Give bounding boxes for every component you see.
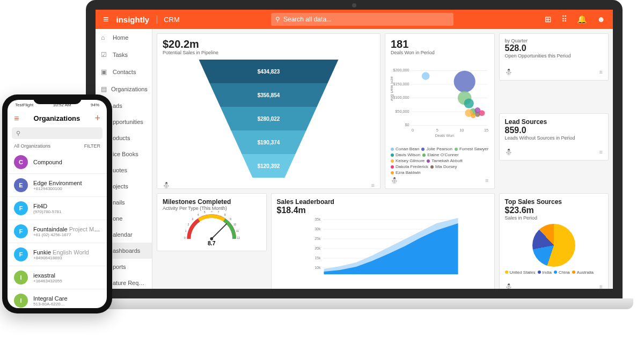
legend-item: Australia bbox=[572, 270, 594, 275]
menu-icon[interactable]: ≡ bbox=[103, 14, 109, 25]
filter-action[interactable]: FILTER bbox=[84, 143, 100, 149]
svg-text:3: 3 bbox=[192, 218, 194, 221]
org-info: iexastral+16463432055 bbox=[33, 272, 100, 283]
bell-icon[interactable]: 🔔 bbox=[577, 14, 587, 24]
legend-item: Mia Dorsey bbox=[430, 164, 457, 169]
search-container: ⚲ Search all data... bbox=[187, 13, 537, 26]
dashboard-grid: $20.2m Potential Sales in Pipeline $434,… bbox=[152, 29, 613, 289]
sidebar-icon: ▤ bbox=[101, 85, 107, 93]
phone-menu-icon[interactable]: ≡ bbox=[14, 114, 19, 123]
phone-frame: TestFlight 10:52 AM 94% ≡ Organizations … bbox=[2, 94, 112, 313]
filter-label[interactable]: All Organizations bbox=[14, 143, 50, 149]
add-icon[interactable]: ⊞ bbox=[545, 14, 552, 24]
svg-text:35k: 35k bbox=[314, 217, 321, 221]
svg-point-19 bbox=[471, 113, 475, 118]
bubble-legend: Conan BeanJolie PearsonForrest SawyerDav… bbox=[391, 147, 489, 175]
phone-add-icon[interactable]: + bbox=[94, 113, 100, 124]
svg-text:10: 10 bbox=[459, 128, 464, 133]
list-icon[interactable]: ≡ bbox=[371, 182, 375, 189]
org-item[interactable]: FFit4D(970)780-5781 bbox=[8, 197, 107, 220]
svg-text:30k: 30k bbox=[314, 227, 321, 231]
bubble-card: 181 Deals Won in Period Avg Deal Size $2… bbox=[385, 33, 495, 189]
org-item[interactable]: EEdge Environment+61294300100 bbox=[8, 174, 107, 197]
org-name: Funkie English World bbox=[33, 249, 100, 256]
svg-text:$0: $0 bbox=[405, 122, 409, 127]
sidebar-item[interactable]: ⌂Home bbox=[96, 29, 152, 46]
card-title: Milestones Completed bbox=[163, 198, 261, 206]
person-icon: ⛄ bbox=[505, 69, 513, 76]
svg-text:11: 11 bbox=[236, 230, 239, 232]
org-info: Integral Care513-80A-6220… bbox=[33, 295, 100, 306]
status-battery: 94% bbox=[91, 103, 99, 107]
legend-item: Elaine O'Conner bbox=[422, 152, 458, 157]
org-item[interactable]: FFunkie English World+84906418693 bbox=[8, 243, 107, 266]
sidebar-item[interactable]: ▣Contacts bbox=[96, 63, 152, 81]
svg-text:12: 12 bbox=[237, 237, 240, 239]
funnel-stage: $434,823 bbox=[199, 60, 339, 83]
search-input[interactable]: ⚲ Search all data... bbox=[271, 13, 453, 26]
legend-item: Conan Bean bbox=[391, 147, 419, 151]
phone-search[interactable]: ⚲ bbox=[12, 127, 103, 139]
org-name: Edge Environment bbox=[33, 180, 100, 186]
org-info: Funkie English World+84906418693 bbox=[33, 249, 100, 260]
svg-text:15k: 15k bbox=[314, 256, 321, 260]
webcam-dot bbox=[352, 3, 356, 8]
funnel-chart: $434,823$356,854$280,022$190,374$120,392 bbox=[199, 60, 339, 178]
card-title: Sales Leaderboard bbox=[277, 198, 489, 206]
sidebar-icon: ⌂ bbox=[101, 34, 108, 41]
apps-icon[interactable]: ⠿ bbox=[561, 14, 567, 24]
laptop-screen: ≡ insightly CRM ⚲ Search all data... ⊞ ⠿… bbox=[86, 0, 623, 298]
org-item[interactable]: CCompound bbox=[8, 151, 107, 174]
org-avatar: F bbox=[14, 201, 28, 215]
person-icon: ⛄ bbox=[505, 283, 513, 289]
funnel-card: $20.2m Potential Sales in Pipeline $434,… bbox=[157, 33, 380, 189]
card-pretitle: by Quarter bbox=[505, 38, 603, 43]
org-phone: +61 (02) 4256-1677 bbox=[33, 232, 100, 237]
sidebar-label: ojects bbox=[113, 183, 128, 189]
sidebar-icon: ☑ bbox=[101, 51, 108, 59]
user-icon[interactable]: ☻ bbox=[597, 14, 605, 24]
phone-notch bbox=[33, 94, 82, 104]
top-sources-card: Top Sales Sources $23.6m Sales in Period… bbox=[499, 193, 609, 289]
org-name: Fit4D bbox=[33, 203, 100, 209]
opportunities-card: by Quarter 528.0 Open Opportunities this… bbox=[499, 33, 609, 81]
org-phone: +16463432055 bbox=[33, 279, 100, 283]
legend-item: United States bbox=[505, 270, 536, 275]
svg-point-10 bbox=[422, 72, 430, 80]
sidebar-item[interactable]: ▤Organizations bbox=[96, 81, 152, 98]
card-value: 859.0 bbox=[505, 126, 603, 135]
funnel-value: $20.2m bbox=[163, 38, 375, 50]
phone-screen: TestFlight 10:52 AM 94% ≡ Organizations … bbox=[8, 100, 107, 308]
gauge-chart: 8.7 0123456789101112 bbox=[163, 211, 261, 246]
legend-item: Tamekah Abbott bbox=[427, 158, 462, 163]
pie-chart bbox=[532, 224, 575, 267]
svg-text:15: 15 bbox=[484, 128, 488, 133]
legend-item: Jolie Pearson bbox=[421, 147, 452, 151]
card-value: $18.4m bbox=[277, 206, 489, 215]
svg-text:$100,000: $100,000 bbox=[393, 95, 409, 100]
org-info: Fit4D(970)780-5781 bbox=[33, 203, 100, 214]
funnel-stage: $280,022 bbox=[199, 107, 339, 130]
legend-item: Dakota Frederick bbox=[391, 164, 428, 169]
svg-point-25 bbox=[210, 237, 213, 240]
list-icon[interactable]: ≡ bbox=[599, 149, 603, 156]
org-phone: (970)780-5781 bbox=[33, 209, 100, 214]
laptop-frame: ≡ insightly CRM ⚲ Search all data... ⊞ ⠿… bbox=[86, 0, 623, 317]
sidebar-item[interactable]: ☑Tasks bbox=[96, 46, 152, 63]
svg-text:2: 2 bbox=[188, 223, 189, 226]
svg-text:0: 0 bbox=[184, 237, 186, 239]
org-item[interactable]: IIntegral Care513-80A-6220… bbox=[8, 289, 107, 308]
sidebar-label: nails bbox=[113, 199, 125, 206]
svg-text:$150,000: $150,000 bbox=[393, 82, 409, 86]
laptop-base bbox=[75, 298, 633, 309]
sidebar-label: oducts bbox=[113, 135, 130, 141]
bubble-chart: Avg Deal Size $200,000$150,000$100,000$5… bbox=[391, 55, 489, 147]
org-item[interactable]: FFountaindale Project Marketing+61 (02) … bbox=[8, 220, 107, 243]
list-icon[interactable]: ≡ bbox=[599, 69, 603, 76]
list-icon[interactable]: ≡ bbox=[599, 283, 603, 289]
org-info: Fountaindale Project Marketing+61 (02) 4… bbox=[33, 226, 100, 237]
svg-text:7: 7 bbox=[218, 211, 219, 214]
org-item[interactable]: Iiexastral+16463432055 bbox=[8, 266, 107, 289]
milestones-card: Milestones Completed Activity Per Type (… bbox=[157, 193, 267, 251]
list-icon[interactable]: ≡ bbox=[485, 177, 488, 184]
